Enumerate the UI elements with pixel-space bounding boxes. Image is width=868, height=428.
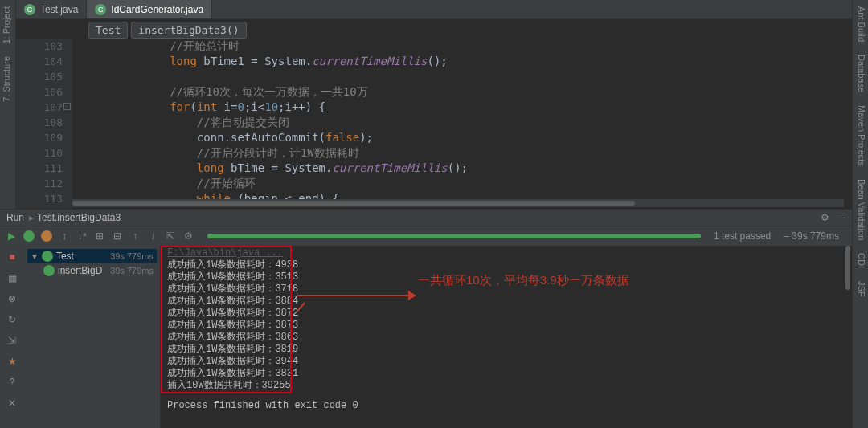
java-file-icon: C bbox=[24, 4, 35, 15]
editor-tab-idcard[interactable]: C IdCardGenerator.java bbox=[87, 0, 212, 18]
left-tool-sidebar: 1: Project 7: Structure bbox=[0, 0, 16, 209]
console-exit: Process finished with exit code 0 bbox=[167, 400, 845, 412]
close-icon[interactable]: ✕ bbox=[6, 397, 18, 410]
minimize-icon[interactable]: — bbox=[836, 212, 845, 223]
console-vertical-scrollbar[interactable] bbox=[844, 246, 852, 428]
layout-icon[interactable]: ▦ bbox=[6, 271, 18, 284]
code-editor[interactable]: 103 104 105 106 107- 108 109 110 111 112… bbox=[16, 39, 852, 209]
pin-icon[interactable]: ⊗ bbox=[6, 292, 18, 305]
console-line: 成功插入1W条数据耗时：3944 bbox=[167, 356, 845, 368]
toggle-2-icon[interactable] bbox=[40, 230, 53, 243]
export-icon[interactable]: ⇱ bbox=[164, 230, 177, 243]
console-line: 成功插入1W条数据耗时：4938 bbox=[167, 259, 845, 271]
run-toolbar: ▶ ↕ ↓ᵃ ⊞ ⊟ ↑ ↓ ⇱ ⚙ 1 test passed – 39s 7… bbox=[0, 226, 852, 246]
editor-horizontal-scrollbar[interactable] bbox=[72, 199, 844, 207]
right-tool-sidebar: Ant Build Database Maven Projects Bean V… bbox=[852, 0, 868, 428]
test-progress-bar bbox=[207, 234, 701, 238]
settings-icon[interactable]: ⚙ bbox=[821, 212, 829, 223]
breadcrumb-method[interactable]: insertBigData3() bbox=[131, 22, 246, 39]
console-line: 成功插入1W条数据耗时：3863 bbox=[167, 332, 845, 344]
tree-child-time: 39s 779ms bbox=[110, 266, 154, 275]
run-config-icon: ▸ bbox=[29, 212, 34, 223]
breadcrumb: Test insertBigData3() bbox=[88, 21, 247, 39]
sidebar-tab-maven[interactable]: Maven Projects bbox=[853, 99, 868, 173]
line-gutter: 103 104 105 106 107- 108 109 110 111 112… bbox=[16, 39, 72, 209]
tree-root-time: 39s 779ms bbox=[110, 251, 154, 261]
tree-child-label: insertBigD bbox=[58, 265, 102, 276]
test-tree[interactable]: ▼ Test 39s 779ms insertBigD 39s 779ms bbox=[24, 246, 161, 428]
sidebar-tab-database[interactable]: Database bbox=[853, 48, 868, 99]
java-file-icon: C bbox=[95, 4, 106, 15]
sort-alpha-icon[interactable]: ↓ᵃ bbox=[76, 230, 88, 243]
fold-marker-icon[interactable]: - bbox=[63, 103, 71, 110]
chevron-down-icon[interactable]: ▼ bbox=[31, 252, 39, 261]
sidebar-tab-project[interactable]: 1: Project bbox=[0, 0, 13, 50]
console-line: 成功插入1W条数据耗时：3884 bbox=[167, 296, 845, 308]
collapse-icon[interactable]: ⊟ bbox=[111, 230, 124, 243]
code-content[interactable]: //开始总计时 long bTime1 = System.currentTime… bbox=[72, 39, 852, 209]
scrollbar-thumb[interactable] bbox=[72, 201, 635, 206]
stop-icon[interactable]: ■ bbox=[6, 251, 18, 263]
test-status-passed: 1 test passed bbox=[714, 230, 771, 242]
star-icon[interactable]: ★ bbox=[6, 355, 18, 368]
breadcrumb-class[interactable]: Test bbox=[88, 22, 128, 39]
console-line: 成功插入1W条数据耗时：3819 bbox=[167, 344, 845, 356]
console-line: 插入10W数据共耗时：39255 bbox=[167, 380, 845, 392]
import-icon[interactable]: ⇲ bbox=[6, 334, 18, 347]
run-tool-header: Run ▸ Test.insertBigData3 ⚙ — bbox=[0, 209, 852, 226]
scrollbar-thumb[interactable] bbox=[845, 246, 850, 290]
editor-tab-label: Test.java bbox=[40, 4, 78, 15]
tree-child-row[interactable]: insertBigD 39s 779ms bbox=[27, 263, 157, 278]
annotation-arrow-head bbox=[408, 291, 416, 300]
next-icon[interactable]: ↓ bbox=[146, 230, 159, 243]
more-icon[interactable]: ⚙ bbox=[182, 230, 194, 243]
console-command: F:\Java\bin\java ... bbox=[167, 247, 845, 259]
annotation-arrow bbox=[297, 295, 414, 296]
annotation-text: 一共循环10次，平均每3.9秒一万条数据 bbox=[418, 273, 629, 288]
sort-icon[interactable]: ↕ bbox=[58, 230, 71, 243]
tree-root-label: Test bbox=[56, 251, 74, 262]
editor-tab-label: IdCardGenerator.java bbox=[111, 4, 203, 15]
sidebar-tab-ant[interactable]: Ant Build bbox=[853, 0, 868, 48]
console-line: 成功插入1W条数据耗时：3872 bbox=[167, 308, 845, 320]
run-left-toolbar: ■ ▦ ⊗ ↻ ⇲ ★ ? ✕ bbox=[0, 246, 24, 428]
console-line: 成功插入1W条数据耗时：3831 bbox=[167, 368, 845, 380]
editor-tab-test[interactable]: C Test.java bbox=[16, 0, 87, 18]
sidebar-tab-structure[interactable]: 7: Structure bbox=[0, 50, 13, 108]
expand-icon[interactable]: ⊞ bbox=[93, 230, 106, 243]
test-ok-icon bbox=[43, 265, 55, 276]
run-label: Run bbox=[6, 212, 24, 223]
run-config-name: Test.insertBigData3 bbox=[37, 212, 121, 223]
tree-root-row[interactable]: ▼ Test 39s 779ms bbox=[27, 249, 157, 263]
sidebar-tab-bean[interactable]: Bean Validation bbox=[853, 173, 868, 247]
rerun-icon[interactable]: ▶ bbox=[5, 230, 18, 243]
prev-icon[interactable]: ↑ bbox=[129, 230, 141, 243]
toggle-1-icon[interactable] bbox=[23, 230, 35, 243]
sidebar-tab-jsf[interactable]: JSF bbox=[853, 275, 868, 304]
test-ok-icon bbox=[42, 251, 53, 262]
sidebar-tab-cdi[interactable]: CDI bbox=[853, 247, 868, 275]
editor-tabs: C Test.java C IdCardGenerator.java bbox=[16, 0, 852, 19]
console-line: 成功插入1W条数据耗时：3873 bbox=[167, 320, 845, 332]
test-status-time: – 39s 779ms bbox=[784, 230, 839, 242]
help-icon[interactable]: ? bbox=[6, 376, 18, 389]
history-icon[interactable]: ↻ bbox=[6, 313, 18, 326]
